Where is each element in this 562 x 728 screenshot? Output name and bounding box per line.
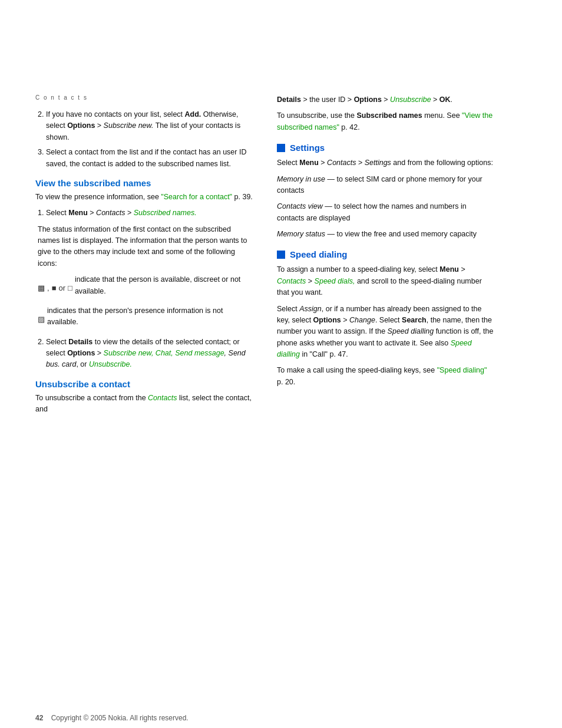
settings-icon (277, 144, 285, 152)
view-steps-list-2: Select Details to view the details of th… (35, 337, 253, 371)
left-column: C o n t a c t s If you have no contacts … (35, 94, 253, 420)
view-intro: To view the presence information, see "S… (35, 192, 253, 203)
speed-dialing-heading: Speed dialing (290, 249, 348, 259)
icon-row-1: ▩ , ■ or □ indicate that the person is a… (38, 274, 253, 302)
view-subscribed-heading: View the subscribed names (35, 178, 253, 188)
speed-dialing-section-header: Speed dialing (277, 249, 495, 259)
contacts-link[interactable]: Contacts (148, 394, 177, 402)
list-item: Select Menu > Contacts > Subscribed name… (46, 207, 253, 219)
bold-text: Options (313, 316, 341, 324)
subscribed-names-link[interactable]: Subscribed names. (134, 209, 197, 217)
speed-para-3: To make a call using the speed-dialing k… (277, 365, 495, 388)
icon-unavailable: □ (68, 284, 72, 292)
bold-text: Search (402, 316, 427, 324)
contacts-speed-link[interactable]: Contacts (277, 277, 306, 285)
subscribed-names-para: To unsubscribe, use the Subscribed names… (277, 110, 495, 133)
italic-text: Settings (365, 159, 391, 167)
view-steps-list: Select Menu > Contacts > Subscribed name… (35, 207, 253, 219)
item-text: If you have no contacts on your list, se… (46, 110, 240, 141)
or-text: or (58, 284, 65, 292)
bold-text: Menu (299, 159, 319, 167)
right-column: Details > the user ID > Options > Unsubs… (277, 94, 495, 420)
step2-text: Select Details to view the details of th… (46, 338, 246, 369)
icon-row-2: ▨ indicates that the person's presence i… (38, 305, 253, 333)
speed-dialing-icon (277, 251, 285, 259)
speed-para-1: To assign a number to a speed-dialing ke… (277, 264, 495, 298)
speed-dials-link[interactable]: Speed dials, (315, 277, 355, 285)
page-number: 42 (35, 714, 43, 722)
section-label: C o n t a c t s (35, 94, 253, 101)
bold-text: Options (67, 349, 95, 357)
send-message-link[interactable]: Send message (175, 349, 224, 357)
icon-discreet: ■ (52, 284, 57, 292)
copyright-text: Copyright © 2005 Nokia. All rights reser… (51, 714, 189, 722)
list-item: Select a contact from the list and if th… (46, 147, 253, 170)
italic-text: Contacts (327, 159, 356, 167)
bold-text: Details (277, 95, 301, 104)
unsubscribe-heading: Unsubscribe a contact (35, 379, 253, 389)
option-label: Contacts view (277, 202, 323, 210)
unsubscribe-cont: Details > the user ID > Options > Unsubs… (277, 94, 495, 106)
bold-text: OK (439, 95, 451, 104)
bold-text: Options (354, 95, 382, 104)
speed-para-2: Select Assign, or if a number has alread… (277, 304, 495, 361)
bold-text: Add. (185, 110, 201, 118)
bold-text: Subscribed names (357, 111, 422, 120)
intro-list: If you have no contacts on your list, se… (35, 109, 253, 170)
page: C o n t a c t s If you have no contacts … (0, 0, 562, 728)
option-label: Memory status (277, 230, 325, 238)
icon-available: ▩ (38, 284, 45, 292)
bold-text: Options (67, 121, 95, 130)
italic-text: Assign (299, 305, 322, 313)
step1-text: Select Menu > Contacts > Subscribed name… (46, 209, 197, 217)
icon-no-presence: ▨ (38, 315, 45, 324)
content-area: C o n t a c t s If you have no contacts … (0, 0, 562, 444)
option-label: Memory in use (277, 175, 325, 183)
italic-text: Subscribe new. (104, 121, 154, 130)
speed-dialing-ref-link[interactable]: "Speed dialing" (437, 366, 487, 374)
icon-desc-2: indicates that the person's presence inf… (47, 305, 253, 328)
footer: 42 Copyright © 2005 Nokia. All rights re… (0, 708, 562, 728)
settings-heading: Settings (290, 143, 325, 153)
bold-text: Details (68, 338, 92, 346)
settings-option-3: Memory status — to view the free and use… (277, 229, 495, 240)
view-subscribed-link[interactable]: View the subscribed names (35, 178, 151, 188)
settings-option-2: Contacts view — to select how the names … (277, 201, 495, 224)
speed-dialling-link[interactable]: Speed dialling (277, 339, 472, 358)
subscribe-new-link[interactable]: Subscribe new, Chat, (104, 349, 173, 357)
list-item: Select Details to view the details of th… (46, 337, 253, 371)
unsubscribe-link-2[interactable]: Unsubscribe (390, 95, 431, 104)
settings-intro: Select Menu > Contacts > Settings and fr… (277, 157, 495, 169)
unsubscribe-section-link[interactable]: Unsubscribe a contact (35, 379, 130, 389)
italic-text: Contacts (96, 209, 125, 217)
status-text: The status information of the first cont… (38, 224, 253, 270)
settings-section-header: Settings (277, 143, 495, 153)
search-contact-link[interactable]: "Search for a contact" (161, 193, 232, 201)
italic-text: Speed dialling (388, 327, 434, 335)
italic-text: Change (349, 316, 375, 324)
bold-text: Menu (439, 265, 459, 274)
bold-text: Menu (68, 209, 88, 217)
icon-desc-1: indicate that the person is available, d… (75, 274, 253, 297)
item-text: Select a contact from the list and if th… (46, 148, 246, 167)
comma: , (47, 284, 49, 292)
unsubscribe-link[interactable]: Unsubscribe. (89, 360, 132, 368)
list-item: If you have no contacts on your list, se… (46, 109, 253, 143)
status-block: The status information of the first cont… (38, 224, 253, 333)
unsubscribe-intro: To unsubscribe a contact from the Contac… (35, 393, 253, 416)
settings-option-1: Memory in use — to select SIM card or ph… (277, 174, 495, 197)
